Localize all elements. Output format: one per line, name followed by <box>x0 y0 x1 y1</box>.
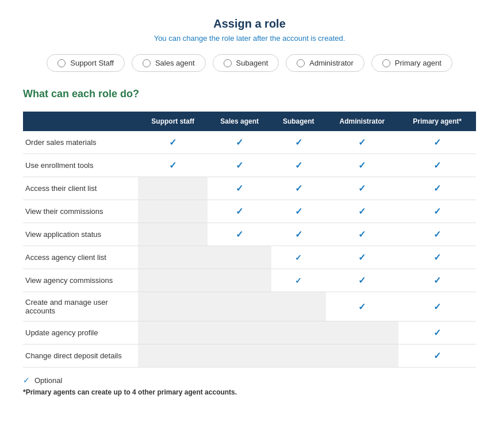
role-option-support-staff[interactable]: Support Staff <box>47 54 125 72</box>
table-row: Access agency client list✓ <box>23 246 476 269</box>
check-icon <box>433 302 441 312</box>
footnote: *Primary agents can create up to 4 other… <box>23 388 476 396</box>
check-icon <box>169 160 176 170</box>
check-icon <box>433 252 441 262</box>
cell-primary_agent-9 <box>398 344 476 367</box>
table-header-empty <box>23 112 138 131</box>
cell-sales_agent-0 <box>208 131 271 154</box>
row-label-3: View their commissions <box>23 200 138 223</box>
cell-subagent-1 <box>271 154 326 177</box>
cell-sales_agent-4 <box>208 223 271 246</box>
check-icon <box>433 183 441 193</box>
cell-support_staff-8 <box>138 321 208 344</box>
page-title: Assign a role <box>23 17 476 30</box>
col-header-primary-agent: Primary agent* <box>398 112 476 131</box>
cell-administrator-5 <box>326 246 399 269</box>
role-option-primary-agent[interactable]: Primary agent <box>371 54 452 72</box>
optional-check-cell: ✓ <box>295 276 302 285</box>
col-header-sales-agent: Sales agent <box>208 112 271 131</box>
table-row: Create and manage user accounts <box>23 292 476 321</box>
optional-check-icon: ✓ <box>23 376 30 385</box>
cell-primary_agent-0 <box>398 131 476 154</box>
cell-support_staff-7 <box>138 292 208 321</box>
check-icon <box>433 160 441 170</box>
check-icon <box>358 206 366 216</box>
cell-sales_agent-9 <box>208 344 271 367</box>
cell-administrator-8 <box>326 321 399 344</box>
optional-check-cell: ✓ <box>295 253 302 262</box>
role-option-subagent[interactable]: Subagent <box>213 54 279 72</box>
cell-primary_agent-5 <box>398 246 476 269</box>
role-label-subagent: Subagent <box>236 59 268 67</box>
role-label-administrator: Administrator <box>309 59 354 67</box>
role-option-sales-agent[interactable]: Sales agent <box>132 54 206 72</box>
role-radio-sales-agent[interactable] <box>143 59 151 67</box>
check-icon <box>358 160 366 170</box>
page-container: Assign a role You can change the role la… <box>0 0 499 448</box>
optional-legend: ✓ Optional <box>23 376 476 385</box>
cell-administrator-0 <box>326 131 399 154</box>
cell-support_staff-5 <box>138 246 208 269</box>
check-icon <box>236 229 243 239</box>
check-icon <box>358 252 366 262</box>
table-row: Change direct deposit details <box>23 344 476 367</box>
check-icon <box>295 137 302 147</box>
check-icon <box>236 137 243 147</box>
cell-administrator-9 <box>326 344 399 367</box>
section-title: What can each role do? <box>23 88 476 100</box>
cell-administrator-4 <box>326 223 399 246</box>
cell-sales_agent-8 <box>208 321 271 344</box>
cell-primary_agent-6 <box>398 269 476 292</box>
cell-administrator-2 <box>326 177 399 200</box>
cell-support_staff-0 <box>138 131 208 154</box>
row-label-9: Change direct deposit details <box>23 344 138 367</box>
cell-primary_agent-3 <box>398 200 476 223</box>
check-icon <box>433 229 441 239</box>
cell-sales_agent-3 <box>208 200 271 223</box>
table-row: View application status <box>23 223 476 246</box>
check-icon <box>358 302 366 312</box>
role-radio-primary-agent[interactable] <box>382 59 390 67</box>
role-radio-administrator[interactable] <box>297 59 305 67</box>
check-icon <box>295 183 302 193</box>
cell-subagent-0 <box>271 131 326 154</box>
cell-subagent-6: ✓ <box>271 269 326 292</box>
table-row: Use enrollment tools <box>23 154 476 177</box>
cell-administrator-3 <box>326 200 399 223</box>
cell-administrator-6 <box>326 269 399 292</box>
col-header-administrator: Administrator <box>326 112 399 131</box>
check-icon <box>433 328 441 338</box>
optional-label: Optional <box>34 376 62 385</box>
row-label-4: View application status <box>23 223 138 246</box>
cell-sales_agent-7 <box>208 292 271 321</box>
cell-support_staff-1 <box>138 154 208 177</box>
table-row: View agency commissions✓ <box>23 269 476 292</box>
check-icon <box>236 183 243 193</box>
cell-primary_agent-1 <box>398 154 476 177</box>
check-icon <box>236 206 243 216</box>
col-header-support-staff: Support staff <box>138 112 208 131</box>
cell-subagent-8 <box>271 321 326 344</box>
row-label-7: Create and manage user accounts <box>23 292 138 321</box>
row-label-2: Access their client list <box>23 177 138 200</box>
cell-support_staff-2 <box>138 177 208 200</box>
table-row: View their commissions <box>23 200 476 223</box>
cell-subagent-4 <box>271 223 326 246</box>
cell-sales_agent-6 <box>208 269 271 292</box>
cell-subagent-9 <box>271 344 326 367</box>
role-option-administrator[interactable]: Administrator <box>286 54 364 72</box>
check-icon <box>295 206 302 216</box>
role-radio-support-staff[interactable] <box>57 59 66 67</box>
table-row: Order sales materials <box>23 131 476 154</box>
cell-support_staff-3 <box>138 200 208 223</box>
check-icon <box>358 275 366 285</box>
cell-sales_agent-5 <box>208 246 271 269</box>
cell-sales_agent-2 <box>208 177 271 200</box>
cell-primary_agent-8 <box>398 321 476 344</box>
cell-primary_agent-2 <box>398 177 476 200</box>
role-radio-subagent[interactable] <box>224 59 232 67</box>
cell-support_staff-6 <box>138 269 208 292</box>
row-label-1: Use enrollment tools <box>23 154 138 177</box>
cell-administrator-7 <box>326 292 399 321</box>
check-icon <box>358 183 366 193</box>
